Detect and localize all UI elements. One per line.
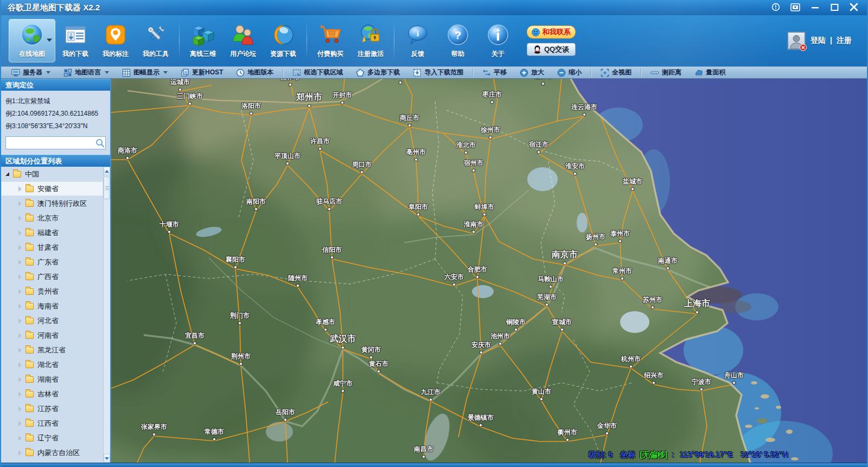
collapsed-arrow-icon[interactable] [18,245,22,250]
avatar[interactable] [787,31,806,50]
my-downloads-button[interactable]: 我的下载 [55,19,95,62]
collapsed-arrow-icon[interactable] [18,406,22,412]
my-annotations-button[interactable]: 我的标注 [95,19,136,62]
map-viewport[interactable]: 运城市 三门峡市 焦作市 郑州市 [111,79,867,463]
collapsed-arrow-icon[interactable] [18,274,22,280]
collapsed-arrow-icon[interactable] [18,450,22,456]
collapsed-arrow-icon[interactable] [18,436,22,441]
polygon-download-button[interactable]: 多边形下载 [350,67,406,78]
server-menu[interactable]: 服务器 [5,67,56,78]
register-activate-button[interactable]: 注册激活 [350,19,391,62]
tree-node-province[interactable]: 湖南省 [1,372,103,387]
tree-node-province[interactable]: 江西省 [1,416,103,431]
city-name: 九江市 [421,388,441,397]
collapsed-arrow-icon[interactable] [18,392,22,397]
tree-node-province[interactable]: 广东省 [1,255,103,269]
collapsed-arrow-icon[interactable] [18,304,22,309]
scroll-up-button[interactable] [104,167,110,175]
register-link[interactable]: 注册 [837,36,852,46]
tree-node-province[interactable]: 河南省 [1,328,103,343]
city-label: 淮北市 [456,141,476,154]
expanded-arrow-icon[interactable] [5,172,9,176]
minimize-button[interactable] [809,2,820,12]
tree-node-province[interactable]: 辽宁省 [1,431,103,445]
city-dot-icon [324,328,327,331]
tree-scrollbar[interactable] [103,167,110,463]
tree-node-province[interactable]: 宁夏省 [1,460,103,463]
cart-icon [318,23,342,47]
box-select-area-button[interactable]: 框选下载区域 [286,67,349,78]
collapsed-arrow-icon[interactable] [18,362,22,368]
collapsed-arrow-icon[interactable] [18,216,22,221]
help-button[interactable]: ? 帮助 [438,19,478,62]
collapsed-arrow-icon[interactable] [18,421,22,426]
globe-icon [20,23,44,47]
tree-node-province[interactable]: 湖北省 [1,357,103,372]
login-link[interactable]: 登陆 [810,36,826,46]
toolbar-button-label: 资源下载 [270,49,296,59]
maximize-button[interactable] [829,2,840,12]
scrollbar-thumb[interactable] [104,176,110,199]
qq-chat-button[interactable]: QQ交谈 [527,43,576,56]
zoom-in-button[interactable]: 放大 [514,67,550,78]
tree-node-province[interactable]: 吉林省 [1,387,103,401]
tree-node-province[interactable]: 甘肃省 [1,240,103,255]
collapsed-arrow-icon[interactable] [18,201,22,206]
city-dot-icon [429,398,432,401]
collapsed-arrow-icon[interactable] [18,289,22,294]
collapsed-arrow-icon[interactable] [18,318,22,324]
map-version-button[interactable]: 地图版本 [230,67,279,78]
collapsed-arrow-icon[interactable] [18,260,22,265]
my-tools-button[interactable]: 我的工具 [136,19,176,62]
search-button[interactable] [94,137,105,149]
collapsed-arrow-icon[interactable] [18,333,22,338]
tree-node-province[interactable]: 内蒙古自治区 [1,445,103,460]
tree-node-province[interactable]: 江苏省 [1,401,103,416]
tree-node-province[interactable]: 河北省 [1,313,103,328]
tree-node-province[interactable]: 安徽省 [1,181,103,196]
measure-area-button[interactable]: 量面积 [688,67,731,78]
tree-node-province[interactable]: 福建省 [1,225,103,240]
resource-download-button[interactable]: 资源下载 [263,19,303,62]
collapsed-arrow-icon[interactable] [18,186,22,192]
scroll-down-button[interactable] [104,454,110,463]
scrollbar-track[interactable] [104,199,110,454]
tree-node-province[interactable]: 黑龙江省 [1,343,103,357]
close-button[interactable] [848,2,859,12]
contact-me-button[interactable]: 和我联系 [527,26,576,39]
city-dot-icon [695,311,699,314]
tree-node-province[interactable]: 澳门特别行政区 [1,196,103,211]
tree-node-province[interactable]: 北京市 [1,211,103,225]
tree-node-province[interactable]: 海南省 [1,299,103,313]
sheet-display-menu[interactable]: 图幅显示 [116,67,174,78]
purchase-button[interactable]: 付费购买 [310,19,350,62]
city-name: 郑州市 [296,92,322,103]
collapsed-arrow-icon[interactable] [18,348,22,353]
minimize-to-tray-icon[interactable] [790,2,801,12]
city-name: 常德市 [205,427,224,437]
update-host-button[interactable]: 更新HOST [175,67,229,78]
online-map-button[interactable]: 在线地图 [9,19,55,62]
feedback-button[interactable]: i 反馈 [398,19,438,62]
city-label: 泰州市 [610,229,630,243]
pan-button[interactable]: 平移 [476,67,513,78]
about-button[interactable]: 关于 [478,19,518,62]
measure-distance-button[interactable]: 测距离 [644,67,687,78]
city-label: 连云港市 [571,103,597,116]
subtoolbar-label: 导入下载范围 [424,68,463,77]
import-range-button[interactable]: 导入下载范围 [407,67,469,78]
zoom-out-button[interactable]: 缩小 [551,67,588,78]
tree-node-province[interactable]: 贵州省 [1,284,103,299]
collapsed-arrow-icon[interactable] [18,230,22,236]
offline-3d-button[interactable]: 离线三维 [183,19,223,62]
map-language-menu[interactable]: 地图语言 [58,67,115,78]
user-forum-button[interactable]: 用户论坛 [223,19,263,62]
search-input[interactable] [6,137,94,149]
full-view-button[interactable]: 全视图 [595,67,637,78]
collapsed-arrow-icon[interactable] [18,377,22,382]
tree-node-province[interactable]: 广西省 [1,269,103,284]
city-label: 扬州市 [586,232,605,246]
tree-node-china[interactable]: 中国 [1,167,103,181]
info-circle-icon[interactable] [770,2,781,12]
city-dot-icon [540,397,543,401]
